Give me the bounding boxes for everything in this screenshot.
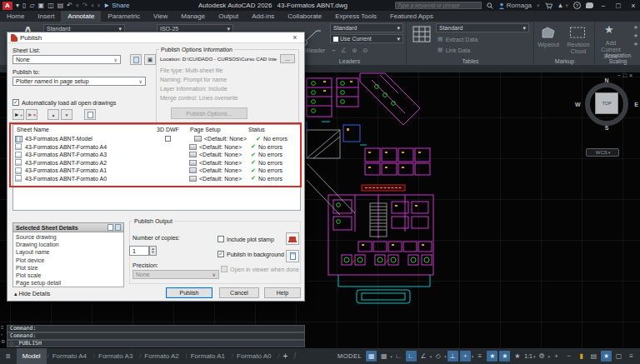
redo-caret-icon[interactable]: ▾ xyxy=(91,2,94,9)
command-line[interactable]: Command: Command: □ _PUBLISH xyxy=(7,325,305,347)
revision-cloud-button[interactable]: Revision Cloud xyxy=(563,42,593,55)
osnap-tracking-icon[interactable]: + xyxy=(460,351,471,362)
leader-align-icon[interactable]: ∠ xyxy=(341,47,347,54)
share-button[interactable]: ► Share xyxy=(103,2,129,9)
selected-sheet-details-header[interactable]: Selected Sheet Details xyxy=(12,222,124,232)
annotation-monitor-icon[interactable]: + xyxy=(551,351,562,362)
col-sheet-name[interactable]: Sheet Name xyxy=(17,127,49,132)
tab-featured-apps[interactable]: Featured Apps xyxy=(383,11,440,22)
preview-button[interactable] xyxy=(84,109,96,120)
viewcube[interactable]: TOP N S W E xyxy=(582,80,631,128)
annotation-scale-icon-3[interactable]: ★ xyxy=(633,41,638,47)
user-caret-icon[interactable]: ▾ xyxy=(537,2,540,9)
col-3d-dwf[interactable]: 3D DWF xyxy=(157,127,179,132)
leader-layer-combo[interactable]: Use Current▾ xyxy=(330,34,403,43)
remove-sheets-button[interactable]: ►× xyxy=(26,109,38,120)
redo-icon[interactable]: ↷ xyxy=(82,2,88,10)
drawing-restore-icon[interactable]: □ xyxy=(623,72,629,78)
extract-data-button[interactable]: ▦ Extract Data xyxy=(438,36,478,42)
undo-caret-icon[interactable]: ▾ xyxy=(76,2,79,9)
auto-load-checkbox[interactable]: ✓ Automatically load all open drawings xyxy=(12,99,116,106)
drawing-minimize-icon[interactable]: − xyxy=(618,72,623,78)
dialog-close-icon[interactable]: × xyxy=(289,33,301,42)
wipeout-button[interactable]: Wipeout xyxy=(535,42,562,47)
save-icon[interactable]: ▣ xyxy=(38,2,45,10)
hardware-acceleration-icon[interactable]: ▮ xyxy=(576,351,587,362)
copies-stepper[interactable]: ▲▼ xyxy=(149,246,157,256)
include-plot-stamp-checkbox[interactable]: Include plot stamp xyxy=(218,236,274,242)
sheet-list-combo[interactable]: None∨ xyxy=(12,55,121,64)
drawing-close-icon[interactable]: × xyxy=(629,72,635,78)
minimize-button[interactable]: − xyxy=(598,2,608,10)
tab-collaborate[interactable]: Collaborate xyxy=(281,11,328,22)
sheet-row-a3[interactable]: 43-Formatos ABNT-Formato A3 <Default: No… xyxy=(15,151,298,159)
clean-screen-icon[interactable]: ▢ xyxy=(613,351,624,362)
grid-toggle-icon[interactable]: ▦ xyxy=(366,351,377,362)
undo-icon[interactable]: ↶ xyxy=(67,2,72,10)
leader-collect-icon[interactable]: ⌁ xyxy=(332,47,336,54)
ortho-toggle-icon[interactable]: ∟ xyxy=(406,351,417,362)
current-scale-value[interactable]: 1:1 xyxy=(524,353,532,359)
tab-addins[interactable]: Add-ins xyxy=(245,11,281,22)
new-file-icon[interactable]: ▯ xyxy=(22,2,26,10)
tab-parametric[interactable]: Parametric xyxy=(101,11,147,22)
move-sheet-down-button[interactable]: ▼ xyxy=(61,109,72,120)
viewcube-north[interactable]: N xyxy=(604,77,608,83)
tab-annotate[interactable]: Annotate xyxy=(61,11,101,22)
command-input-line[interactable]: □ _PUBLISH xyxy=(7,340,305,347)
wcs-dropdown[interactable]: WCS ▾ xyxy=(586,148,619,157)
precision-combo[interactable]: None∨ xyxy=(132,270,219,279)
scale-caret-icon[interactable]: ▾ xyxy=(533,354,536,359)
polar-caret-icon[interactable]: ▾ xyxy=(430,354,432,359)
tab-formato-a4[interactable]: Formato A4 xyxy=(47,348,92,364)
hide-details-link[interactable]: ▴ Hide Details xyxy=(14,291,50,297)
layout-menu-icon[interactable]: ≡ xyxy=(0,352,17,361)
sheet-row-a1[interactable]: 43-Formatos ABNT-Formato A1 <Default: No… xyxy=(15,167,298,175)
output-page-button[interactable] xyxy=(286,250,299,262)
viewcube-west[interactable]: W xyxy=(575,102,581,107)
wipeout-icon[interactable] xyxy=(541,26,556,39)
panel-label-markup[interactable]: Markup xyxy=(535,58,594,64)
drawing-window-controls[interactable]: −□× xyxy=(618,72,635,78)
workspace-caret-icon[interactable]: ▾ xyxy=(548,354,550,359)
leader-add-icon[interactable]: ⊕ xyxy=(352,47,358,54)
lineweight-toggle-icon[interactable]: ≡ xyxy=(474,351,485,362)
link-data-button[interactable]: ▦ Link Data xyxy=(438,47,470,53)
open-file-icon[interactable]: ▱ xyxy=(29,2,34,10)
search-input[interactable] xyxy=(395,2,482,9)
plot-status-icon[interactable]: ▤ xyxy=(588,351,599,362)
model-space-label[interactable]: MODEL xyxy=(338,352,362,360)
col-status[interactable]: Status xyxy=(248,127,265,132)
plot-stamp-settings-button[interactable] xyxy=(286,232,299,245)
leader-remove-icon[interactable]: ⊖ xyxy=(362,47,368,54)
tab-formato-a0[interactable]: Formato A0 xyxy=(231,348,277,364)
chat-icon[interactable] xyxy=(586,2,593,8)
tab-formato-a1[interactable]: Formato A1 xyxy=(185,348,231,364)
commandline-collapse-icon[interactable]: ‹ xyxy=(1,332,7,337)
tab-insert[interactable]: Insert xyxy=(31,11,61,22)
annotation-scale-icon-1[interactable]: ★ xyxy=(633,24,638,31)
search-icon[interactable] xyxy=(487,2,493,9)
commandline-customize-icon[interactable]: ⚙ xyxy=(1,338,7,344)
publish-dialog-titlebar[interactable]: Publish × xyxy=(8,32,304,43)
tab-express-tools[interactable]: Express Tools xyxy=(328,11,383,22)
tab-output[interactable]: Output xyxy=(212,11,245,22)
open-in-viewer-checkbox[interactable]: Open in viewer when done xyxy=(221,266,299,272)
osnap-caret-icon[interactable]: ▾ xyxy=(472,354,474,359)
restore-button[interactable]: □ xyxy=(613,2,623,10)
sheet-row-a4[interactable]: 43-Formatos ABNT-Formato A4 <Default: No… xyxy=(15,143,298,152)
copy-details-icon[interactable] xyxy=(108,224,113,231)
copies-input[interactable]: 1 xyxy=(129,246,149,256)
tab-formato-a2[interactable]: Formato A2 xyxy=(138,348,184,364)
save-sheet-list-button[interactable]: ▣ xyxy=(144,54,156,65)
isolate-objects-icon[interactable]: ★ xyxy=(601,351,612,362)
col-page-setup[interactable]: Page Setup xyxy=(190,127,221,132)
publish-button[interactable]: Publish xyxy=(166,287,212,298)
isodraft-caret-icon[interactable]: ▾ xyxy=(444,354,447,359)
help-icon[interactable]: ? xyxy=(573,2,581,9)
commandline-menu-icon[interactable]: ≡ xyxy=(1,325,7,330)
signed-in-user[interactable]: Romaga xyxy=(498,2,532,9)
cancel-button[interactable]: Cancel xyxy=(219,287,259,298)
panel-label-leaders[interactable]: Leaders xyxy=(293,58,406,64)
app-logo-icon[interactable]: A xyxy=(2,2,12,10)
